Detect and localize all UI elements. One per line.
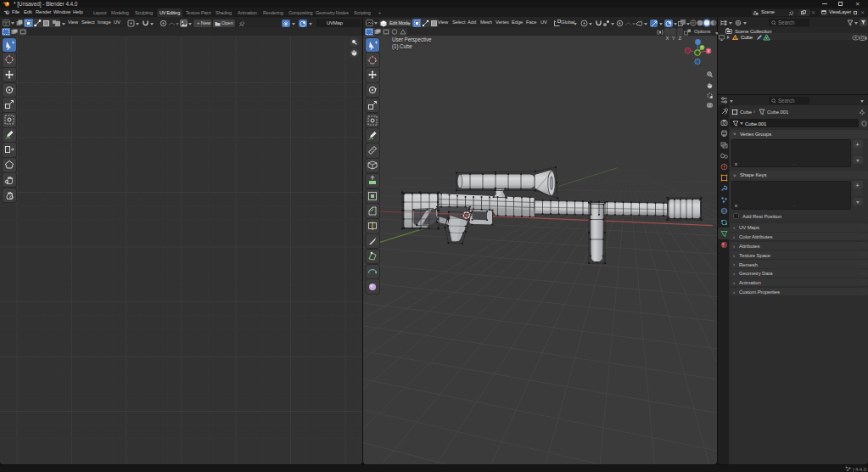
svg-text:X: X bbox=[707, 48, 710, 53]
